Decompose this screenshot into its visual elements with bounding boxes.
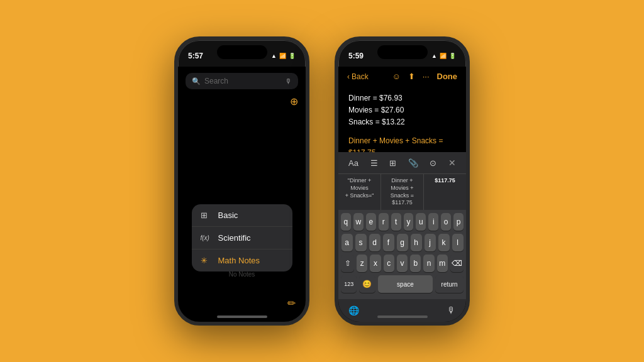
key-o[interactable]: o <box>441 213 451 231</box>
status-icons-1: ▲ 📶 🔋 <box>271 53 296 59</box>
note-content[interactable]: Dinner = $76.93 Movies = $27.60 Snacks =… <box>338 86 466 152</box>
search-bar[interactable]: 🔍 Search 🎙 <box>186 73 298 89</box>
key-q[interactable]: q <box>341 213 351 231</box>
note-line-3: Snacks = $13.22 <box>348 116 456 128</box>
key-row-3: ⇧ z x c v b n m ⌫ <box>341 255 464 272</box>
keyboard-close-button[interactable]: ✕ <box>446 156 458 169</box>
compose-icon[interactable]: ✏ <box>287 297 296 309</box>
key-p[interactable]: p <box>453 213 464 231</box>
key-e[interactable]: e <box>366 213 376 231</box>
calculator-menu: ⊞ Basic f(x) Scientific ✳ Math Notes <box>192 204 292 272</box>
key-backspace[interactable]: ⌫ <box>450 255 464 272</box>
time-2: 5:59 <box>348 52 364 60</box>
search-icon: 🔍 <box>192 77 201 85</box>
no-notes-label: No Notes <box>229 271 255 278</box>
key-m[interactable]: m <box>437 255 448 272</box>
key-numbers[interactable]: 123 <box>341 275 357 293</box>
autocomplete-item-3[interactable]: $117.75 <box>424 174 466 210</box>
mic-icon-2[interactable]: 🎙 <box>447 305 456 315</box>
nav-bar: ‹ Back ☺ ⬆ ··· Done <box>338 67 466 86</box>
basic-label: Basic <box>218 211 238 220</box>
add-button[interactable]: ⊕ <box>290 96 298 107</box>
keyboard-toolbar: Aa ☰ ⊞ 📎 ⊙ ✕ <box>338 152 466 173</box>
key-emoji[interactable]: 😊 <box>359 275 375 293</box>
scientific-icon: f(x) <box>201 234 212 241</box>
key-d[interactable]: d <box>369 234 380 251</box>
wifi-icon-2: 📶 <box>440 53 447 59</box>
back-button[interactable]: ‹ Back <box>347 72 369 81</box>
phone1-content: 🔍 Search 🎙 ⊕ No Notes ⊞ Basic f(x) Scien… <box>178 67 306 322</box>
note-line-2: Movies = $27.60 <box>348 104 456 116</box>
key-row-1: q w e r t y u i o p <box>341 213 464 231</box>
key-row-2: a s d f g h j k l <box>341 234 464 251</box>
phone-2: 5:59 ▲ 📶 🔋 ‹ Back ☺ ⬆ ··· Done Dinner = … <box>335 36 470 326</box>
home-indicator-2 <box>377 315 428 318</box>
key-t[interactable]: t <box>391 213 401 231</box>
status-icons-2: ▲ 📶 🔋 <box>431 53 456 59</box>
signal-icon-1: ▲ <box>271 53 277 59</box>
menu-item-mathnotes[interactable]: ✳ Math Notes <box>192 250 292 272</box>
key-l[interactable]: l <box>452 234 464 251</box>
key-a[interactable]: a <box>341 234 353 251</box>
note-line-1: Dinner = $76.93 <box>348 92 456 104</box>
battery-icon-1: 🔋 <box>289 53 296 59</box>
key-w[interactable]: w <box>353 213 364 231</box>
scientific-label: Scientific <box>218 233 251 243</box>
key-c[interactable]: c <box>384 255 394 272</box>
time-1: 5:57 <box>188 52 203 60</box>
key-space[interactable]: space <box>378 275 433 293</box>
more-icon[interactable]: ··· <box>423 72 430 81</box>
list-button[interactable]: ☰ <box>368 157 380 169</box>
globe-icon[interactable]: 🌐 <box>348 305 359 315</box>
share-icon[interactable]: ⬆ <box>408 72 415 81</box>
key-i[interactable]: i <box>428 213 438 231</box>
key-s[interactable]: s <box>355 234 367 251</box>
key-n[interactable]: n <box>423 255 434 272</box>
table-button[interactable]: ⊞ <box>387 157 399 169</box>
key-k[interactable]: k <box>438 234 450 251</box>
emoji-add-icon[interactable]: ☺ <box>392 72 400 81</box>
autocomplete-item-2[interactable]: Dinner + Movies +Snacks = $117.75 <box>381 174 424 210</box>
menu-item-scientific[interactable]: f(x) Scientific <box>192 227 292 250</box>
mathnotes-label: Math Notes <box>218 256 260 265</box>
phone2-content: ‹ Back ☺ ⬆ ··· Done Dinner = $76.93 Movi… <box>338 67 466 322</box>
dynamic-island-1 <box>217 45 267 59</box>
key-b[interactable]: b <box>410 255 421 272</box>
key-h[interactable]: h <box>411 234 422 251</box>
nav-actions: ☺ ⬆ ··· Done <box>392 72 457 81</box>
home-indicator-1 <box>217 315 267 318</box>
battery-icon-2: 🔋 <box>449 53 456 59</box>
key-j[interactable]: j <box>425 234 436 251</box>
key-row-4: 123 😊 space return <box>341 275 464 293</box>
note-blank <box>348 129 456 135</box>
basic-icon: ⊞ <box>201 211 212 220</box>
key-u[interactable]: u <box>416 213 426 231</box>
key-x[interactable]: x <box>370 255 380 272</box>
back-label: Back <box>352 72 369 81</box>
attach-button[interactable]: 📎 <box>406 157 421 169</box>
search-placeholder: Search <box>204 77 281 85</box>
menu-item-basic[interactable]: ⊞ Basic <box>192 204 292 227</box>
key-z[interactable]: z <box>357 255 367 272</box>
autocomplete-item-1[interactable]: "Dinner + Movies+ Snacks=" <box>338 174 381 210</box>
keyboard: q w e r t y u i o p a s d f g h j k l <box>338 210 466 299</box>
dynamic-island-2 <box>377 45 428 59</box>
signal-icon-2: ▲ <box>431 53 437 59</box>
key-v[interactable]: v <box>397 255 408 272</box>
key-r[interactable]: r <box>379 213 389 231</box>
find-button[interactable]: ⊙ <box>427 157 439 169</box>
key-g[interactable]: g <box>397 234 408 251</box>
autocomplete-bar: "Dinner + Movies+ Snacks=" Dinner + Movi… <box>338 173 466 210</box>
key-shift[interactable]: ⇧ <box>341 255 354 272</box>
key-y[interactable]: y <box>404 213 414 231</box>
key-return[interactable]: return <box>435 275 464 293</box>
chevron-left-icon: ‹ <box>347 72 350 81</box>
phone2-bottom: 🌐 🎙 <box>338 299 466 322</box>
key-f[interactable]: f <box>383 234 394 251</box>
wifi-icon-1: 📶 <box>279 53 286 59</box>
format-text-button[interactable]: Aa <box>346 157 361 169</box>
mic-icon: 🎙 <box>285 77 292 85</box>
note-line-total: Dinner + Movies + Snacks = $117.75 <box>348 135 456 153</box>
mathnotes-icon: ✳ <box>201 256 212 265</box>
done-button[interactable]: Done <box>437 72 458 81</box>
